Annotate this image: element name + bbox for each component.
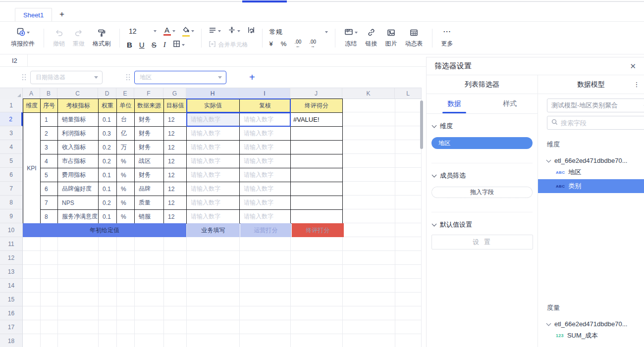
cell[interactable]	[291, 210, 343, 224]
cell[interactable]: 品牌	[135, 182, 164, 196]
row-header[interactable]: 16	[0, 306, 23, 320]
vertical-align-button[interactable]	[228, 26, 240, 36]
cell[interactable]: 财务	[135, 141, 164, 154]
drag-handle-icon[interactable]	[22, 74, 26, 81]
cell[interactable]: 复核	[240, 99, 291, 113]
field-item-sum-cost[interactable]: 123 SUM_成本	[538, 329, 644, 343]
cell[interactable]: 1	[41, 113, 58, 127]
cell[interactable]: 12	[164, 141, 187, 154]
set-default-button[interactable]: 设 置	[431, 235, 533, 249]
cell[interactable]: %	[117, 196, 135, 210]
font-size-select[interactable]: 12	[127, 27, 157, 35]
cell[interactable]: 财务	[135, 113, 164, 127]
date-filter-widget[interactable]	[30, 71, 103, 84]
cell[interactable]: 请输入数字	[240, 127, 291, 141]
column-header[interactable]: B	[40, 88, 57, 99]
measure-group-node[interactable]: etl_66e2ed471dbdbe70...	[547, 320, 644, 328]
row-header[interactable]: 3	[0, 126, 23, 140]
cell[interactable]: 0.2	[99, 196, 117, 210]
cell[interactable]: %	[117, 168, 135, 182]
cell[interactable]: 费用指标	[58, 168, 99, 182]
field-item-sum-quantity[interactable]: 123 SUM_数量	[538, 344, 644, 347]
cell[interactable]: 请输入数字	[240, 168, 291, 182]
cell[interactable]: 请输入数字	[187, 182, 240, 196]
undo-button[interactable]: 撤销	[49, 28, 69, 48]
column-header[interactable]: G	[163, 88, 186, 99]
cell[interactable]: 12	[164, 182, 187, 196]
cell[interactable]: 实际值	[187, 99, 240, 113]
cell[interactable]: 目标值	[164, 99, 187, 113]
cell[interactable]: 4	[41, 154, 58, 168]
cell[interactable]: 维度	[23, 99, 41, 113]
cell[interactable]: 财务	[135, 127, 164, 141]
cell[interactable]: 12	[164, 168, 187, 182]
underline-button[interactable]: U	[139, 41, 145, 49]
close-icon[interactable]: ✕	[630, 62, 636, 71]
dimension-group-node[interactable]: etl_66e2ed471dbdbe70...	[547, 157, 644, 164]
fill-widget-button[interactable]: 填报控件	[7, 28, 39, 48]
cell[interactable]: 收入指标	[58, 141, 99, 154]
currency-button[interactable]: ¥	[269, 40, 273, 48]
column-header[interactable]: J	[290, 88, 342, 99]
drop-field-zone[interactable]: 拖入字段	[431, 187, 533, 198]
row-header[interactable]: 13	[0, 265, 23, 279]
cell[interactable]: 12	[164, 210, 187, 224]
column-header[interactable]: L	[395, 88, 422, 99]
cell[interactable]: 12	[164, 127, 187, 141]
decrease-decimal-button[interactable]: .00 ←	[294, 40, 301, 49]
column-header[interactable]: E	[116, 88, 134, 99]
cell[interactable]: 请输入数字	[187, 113, 240, 127]
row-header[interactable]: 18	[0, 334, 23, 347]
font-color-button[interactable]: A	[163, 26, 175, 36]
row-header[interactable]: 9	[0, 209, 23, 223]
tab-sheet1[interactable]: Sheet1	[15, 8, 52, 21]
cell[interactable]: #VALUE!	[291, 113, 343, 127]
tab-data[interactable]: 数据	[427, 94, 482, 113]
cell[interactable]	[291, 141, 343, 154]
percent-button[interactable]: %	[281, 40, 287, 48]
field-search-input[interactable]	[561, 119, 644, 127]
cell[interactable]: %	[117, 182, 135, 196]
cell[interactable]: %	[117, 210, 135, 224]
cell[interactable]: 8	[41, 210, 58, 224]
row-header[interactable]: 4	[0, 140, 23, 154]
cell[interactable]: 战区	[135, 154, 164, 168]
cell[interactable]: 12	[164, 154, 187, 168]
dynamic-table-button[interactable]: 动态表	[401, 28, 427, 48]
merge-cells-button[interactable]: 合并单元格	[209, 41, 248, 49]
select-all-corner[interactable]	[0, 88, 23, 99]
cell[interactable]: 终评得分	[291, 99, 343, 113]
cell[interactable]: 亿	[117, 127, 135, 141]
region-filter-widget[interactable]	[134, 71, 226, 84]
cell[interactable]: 0.1	[99, 168, 117, 182]
row-header[interactable]: 11	[0, 237, 23, 251]
cell[interactable]: 权重	[99, 99, 117, 113]
cell[interactable]: 财务	[135, 168, 164, 182]
footer-final-cell[interactable]: 终评打分	[292, 223, 344, 237]
field-item-category[interactable]: ABC 类别	[538, 179, 644, 193]
cell[interactable]: 7	[41, 196, 58, 210]
drag-handle-icon[interactable]	[126, 74, 130, 81]
number-format-select[interactable]: 常规	[269, 28, 328, 37]
row-header[interactable]: 10	[0, 223, 23, 237]
horizontal-align-button[interactable]	[209, 27, 221, 36]
cell[interactable]: 0.1	[99, 210, 117, 224]
cell[interactable]: 12	[164, 113, 187, 127]
cell[interactable]: 请输入数字	[240, 154, 291, 168]
cell[interactable]: 销服	[135, 210, 164, 224]
cell[interactable]: 请输入数字	[187, 168, 240, 182]
row-header[interactable]: 8	[0, 196, 23, 209]
row-header[interactable]: 7	[0, 182, 23, 196]
cell[interactable]: 数据来源	[135, 99, 164, 113]
cell[interactable]: 3	[41, 141, 58, 154]
tab-style[interactable]: 样式	[482, 94, 537, 113]
cell[interactable]: 服务净满意度	[58, 210, 99, 224]
fill-color-button[interactable]	[182, 26, 194, 37]
region-filter-input[interactable]	[134, 71, 226, 84]
cell[interactable]	[291, 168, 343, 182]
format-painter-button[interactable]: 格式刷	[89, 28, 114, 48]
cell[interactable]: 请输入数字	[187, 210, 240, 224]
link-button[interactable]: 链接	[362, 28, 381, 48]
footer-merged-cell[interactable]: 年初给定值	[23, 223, 186, 237]
cell[interactable]	[291, 127, 343, 141]
